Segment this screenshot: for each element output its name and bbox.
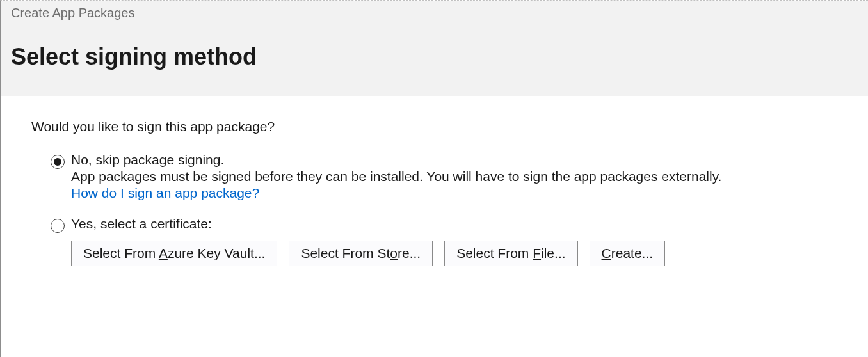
signing-question: Would you like to sign this app package? (31, 119, 837, 134)
radio-button-yes[interactable] (51, 219, 65, 233)
help-link-sign-package[interactable]: How do I sign an app package? (71, 186, 259, 201)
header-band: Select signing method (1, 26, 868, 96)
select-from-store-button[interactable]: Select From Store... (289, 241, 433, 266)
create-certificate-button[interactable]: Create... (590, 241, 666, 266)
radio-label-no: No, skip package signing. (71, 152, 837, 168)
window-title: Create App Packages (1, 1, 868, 26)
radio-button-no[interactable] (51, 155, 65, 169)
signing-method-radio-group: No, skip package signing. App packages m… (31, 152, 837, 266)
radio-body-no: No, skip package signing. App packages m… (71, 152, 837, 201)
select-from-azure-key-vault-button[interactable]: Select From Azure Key Vault... (71, 241, 277, 266)
radio-body-yes: Yes, select a certificate: Select From A… (71, 216, 837, 266)
certificate-button-row: Select From Azure Key Vault... Select Fr… (71, 241, 837, 266)
radio-option-select-certificate[interactable]: Yes, select a certificate: Select From A… (51, 216, 837, 266)
select-from-file-button[interactable]: Select From File... (444, 241, 577, 266)
radio-option-skip-signing[interactable]: No, skip package signing. App packages m… (51, 152, 837, 201)
radio-desc-no: App packages must be signed before they … (71, 169, 837, 184)
dialog-window: Create App Packages Select signing metho… (0, 0, 868, 357)
radio-label-yes: Yes, select a certificate: (71, 216, 837, 232)
page-heading: Select signing method (11, 44, 858, 70)
content-area: Would you like to sign this app package?… (1, 96, 868, 297)
